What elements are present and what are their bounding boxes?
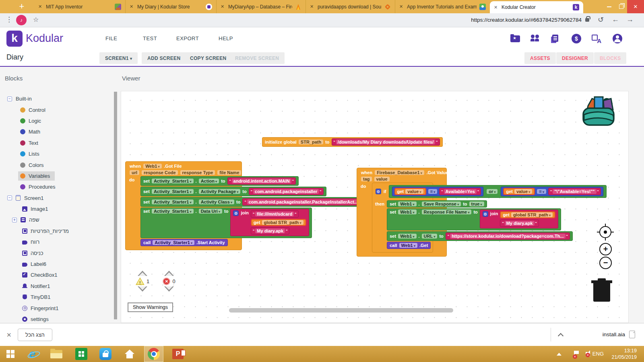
text-string-block[interactable]: "\"Available=Yes\"" [548, 188, 601, 195]
or-logic-block[interactable]: get value = Available=Yes or get [389, 185, 607, 198]
tab-close-icon[interactable] [399, 4, 404, 9]
component-dropdown[interactable]: Activity_Starter1 [152, 200, 194, 204]
sidebar-scrollbar[interactable] [114, 92, 117, 319]
property-dropdown[interactable]: Action [199, 179, 219, 183]
designer-button[interactable]: DESIGNER [556, 52, 594, 64]
show-warnings-button[interactable]: Show Warnings [128, 302, 173, 312]
show-all-downloads-button[interactable]: הצג הכל [18, 329, 52, 341]
tab-close-icon[interactable] [130, 4, 134, 9]
get-variable-block[interactable]: get value [503, 188, 535, 195]
sidebar-item-notifier1[interactable]: Notifier1 [0, 281, 114, 292]
sidebar-item-image1[interactable]: Image1 [0, 204, 114, 214]
restore-button[interactable] [615, 0, 627, 13]
lock-icon[interactable] [585, 18, 589, 22]
sidebar-item-control[interactable]: Control [0, 104, 114, 115]
mutator-gear-icon[interactable] [483, 211, 488, 217]
download-filename[interactable]: install.aia [603, 331, 625, 337]
menu-file[interactable]: FILE [105, 35, 117, 41]
text-string-block[interactable]: My diary.apk [500, 220, 539, 227]
operator-dropdown[interactable]: = [428, 189, 438, 194]
collapse-icon[interactable] [7, 97, 12, 101]
sidebar-item-procedures[interactable]: Procedures [0, 181, 114, 192]
tab-close-icon[interactable] [38, 4, 43, 9]
clock[interactable]: 13:19 21/05/2019 [611, 348, 637, 360]
taskbar-bag-app[interactable] [97, 346, 114, 362]
component-dropdown[interactable]: Activity_Starter1 [152, 189, 194, 194]
mutator-gear-icon[interactable] [233, 210, 239, 216]
scroll-up-triangle-icon[interactable] [138, 271, 147, 276]
menu-test[interactable]: TEST [143, 35, 157, 41]
collapse-icon[interactable] [7, 195, 12, 200]
browser-menu-icon[interactable] [6, 15, 12, 24]
equals-block[interactable]: get value = Available=Yes [392, 187, 483, 196]
reload-icon[interactable] [598, 15, 604, 24]
join-block[interactable]: join file:///mnt/sdcard get global STR_p… [230, 209, 309, 236]
new-tab-button[interactable] [16, 1, 27, 12]
screen-dropdown[interactable]: SCREEN1 [99, 52, 138, 64]
set-property-block[interactable]: set Web1 . Save Response to true [387, 200, 487, 208]
property-dropdown[interactable]: Data Uri [199, 209, 222, 214]
volume-muted-icon[interactable] [586, 352, 588, 355]
taskbar-store[interactable] [72, 346, 90, 362]
taskbar-explorer[interactable] [47, 346, 65, 362]
variable-dropdown[interactable]: global STR_path [262, 220, 303, 225]
component-dropdown[interactable]: Web1 [398, 202, 416, 206]
component-dropdown[interactable]: Firebase_Database1 [375, 170, 424, 175]
component-dropdown[interactable]: Activity_Starter1 [153, 240, 194, 245]
tab-close-icon[interactable] [494, 5, 499, 10]
trash-icon[interactable] [591, 277, 612, 302]
component-dropdown[interactable]: Activity_Starter1 [152, 209, 194, 214]
browser-tab[interactable]: My Diary | Kodular Store [125, 0, 216, 13]
text-string-block[interactable]: https://store.kodular.io/download?packag… [446, 232, 570, 240]
sidebar-item-login[interactable]: כניסה [0, 247, 114, 258]
copy-screen-button[interactable]: COPY SCREEN [184, 52, 232, 64]
text-string-block[interactable]: /downloads/My Diary downloads/Update fil… [332, 138, 440, 146]
menu-export[interactable]: EXPORT [176, 35, 199, 41]
taskbar-chrome-active[interactable] [144, 346, 163, 362]
kodular-logo[interactable]: k [6, 31, 23, 47]
browser-tab[interactable]: puravidaapps download | Sourc [305, 0, 395, 13]
set-property-block[interactable]: set Activity_Starter1 . Activity Class t… [140, 197, 367, 207]
download-item[interactable]: install.aia [603, 331, 635, 338]
property-dropdown[interactable]: Save Response [422, 202, 461, 206]
property-dropdown[interactable]: Response File Name [422, 210, 472, 214]
blocks-canvas[interactable]: initialize global STR_path to /downloads… [121, 91, 629, 323]
property-dropdown[interactable]: URL [422, 234, 438, 239]
account-icon[interactable] [613, 34, 622, 43]
sidebar-item-variables-selected[interactable]: Variables [0, 171, 114, 181]
sidebar-item-logic[interactable]: Logic [0, 115, 114, 126]
variable-name-field[interactable]: STR_path [299, 140, 323, 144]
when-firebase-gotvalue-block[interactable]: when Firebase_Database1 .Got Value tag v… [357, 168, 447, 257]
component-dropdown[interactable]: Web1 [398, 234, 416, 239]
tree-group-screen1[interactable]: Screen1 [0, 193, 114, 204]
set-property-block[interactable]: set Activity_Starter1 . Activity Package… [140, 187, 326, 196]
text-string-block[interactable]: android.intent.action.MAIN [227, 177, 296, 185]
sidebar-item-math[interactable]: Math [0, 126, 114, 137]
bookmark-star-icon[interactable] [33, 16, 39, 23]
browser-tab-active[interactable]: Kodular Creator [490, 1, 583, 13]
downloads-close-icon[interactable] [6, 331, 12, 339]
set-property-block[interactable]: set Web1 . URL to https://store.kodular.… [387, 231, 573, 241]
sidebar-item-language[interactable]: שפה [0, 214, 114, 225]
browser-tab[interactable]: App Inventor Tutorials and Exam [395, 0, 490, 13]
sidebar-item-colors[interactable]: Colors [0, 159, 114, 170]
component-dropdown[interactable]: Web1 [143, 164, 161, 169]
translate-icon[interactable] [592, 34, 601, 43]
download-chevron-icon[interactable] [558, 333, 564, 339]
set-property-block[interactable]: set Activity_Starter1 . Data Uri to join… [140, 208, 312, 238]
browser-tab[interactable]: MIT App Inventor [34, 0, 125, 13]
zoom-out-button[interactable] [599, 257, 612, 269]
sidebar-item-fingerprint1[interactable]: Fingerprint1 [0, 302, 114, 313]
call-method-block[interactable]: call Web1 .Get [387, 242, 431, 249]
text-string-block[interactable]: file:///mnt/sdcard [251, 210, 299, 218]
sidebar-item-text[interactable]: Text [0, 138, 114, 148]
hidden-icons-arrow[interactable] [557, 353, 561, 356]
property-dropdown[interactable]: Activity Package [199, 189, 241, 194]
sidebar-item-privacy-policy[interactable]: מדיניות_הפרטיות [0, 226, 114, 237]
equals-block[interactable]: get value = "\"Available=Yes\"" [501, 187, 603, 196]
text-string-block[interactable]: com.android.packageinstaller.PackageInst… [242, 198, 364, 206]
when-web1-gotfile-block[interactable]: when Web1 .Got File url response Code re… [125, 161, 242, 250]
init-global-block[interactable]: initialize global STR_path to /downloads… [262, 137, 443, 147]
true-logic-block[interactable]: true [469, 202, 484, 206]
profile-avatar[interactable] [16, 15, 27, 25]
